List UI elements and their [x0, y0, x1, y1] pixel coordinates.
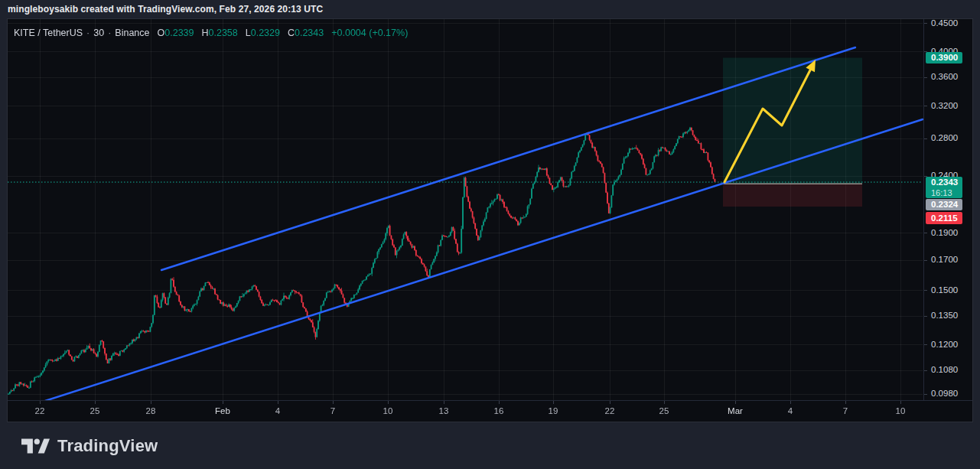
- footer: TradingView: [0, 422, 980, 469]
- price-tick-mark: [924, 344, 927, 345]
- time-tick-mark: [553, 401, 554, 404]
- stop-price-label: 0.2115: [926, 212, 962, 224]
- symbol-title[interactable]: KITE / TetherUS: [14, 28, 83, 38]
- current-price-value: 0.2343: [931, 177, 962, 188]
- tradingview-wordmark: TradingView: [57, 436, 158, 456]
- time-tick-mark: [278, 401, 278, 404]
- attribution-bar: mingleboysakib created with TradingView.…: [0, 0, 980, 18]
- attribution-text: mingleboysakib created with TradingView.…: [8, 4, 323, 15]
- close-value: C0.2343: [288, 28, 324, 38]
- exchange-label: Binance: [115, 28, 149, 38]
- time-tick-mark: [95, 401, 96, 404]
- price-tick-label: 0.1700: [931, 254, 958, 265]
- countdown-label: 16:13: [931, 188, 962, 198]
- price-tick-label: 0.3600: [931, 71, 958, 83]
- legend-separator: ·: [108, 28, 111, 38]
- time-tick-mark: [900, 401, 901, 404]
- price-tick-mark: [924, 77, 927, 78]
- price-tick-label: 0.0980: [931, 388, 958, 399]
- time-tick-mark: [444, 401, 444, 404]
- target-price-label: 0.3900: [926, 52, 962, 64]
- price-tick-label: 0.1080: [931, 364, 958, 376]
- price-tick-mark: [924, 316, 927, 317]
- legend-separator: ·: [86, 28, 90, 38]
- price-tick-label: 0.1500: [931, 285, 958, 296]
- chart-canvas[interactable]: [8, 19, 923, 401]
- price-tick-mark: [924, 23, 927, 24]
- price-tick-mark: [924, 290, 927, 291]
- time-tick-mark: [151, 401, 151, 404]
- price-tick-label: 0.1200: [931, 339, 958, 350]
- low-value: L0.2329: [246, 28, 280, 38]
- price-tick-mark: [924, 233, 927, 233]
- time-tick-mark: [223, 401, 223, 404]
- time-tick-mark: [388, 401, 389, 404]
- price-tick-mark: [924, 138, 927, 139]
- price-tick-label: 0.1350: [931, 310, 958, 321]
- price-tick-label: 0.4500: [931, 18, 958, 29]
- time-tick-mark: [499, 401, 500, 404]
- tradingview-snapshot: mingleboysakib created with TradingView.…: [0, 0, 980, 469]
- time-tick-mark: [790, 401, 791, 404]
- time-tick-mark: [333, 401, 334, 404]
- change-value: +0.0004 (+0.17%): [331, 28, 408, 38]
- price-tick-mark: [924, 106, 927, 106]
- current-price-label: 0.2343 16:13: [926, 177, 962, 198]
- chart-widget: KITE / TetherUS · 30 · Binance O0.2339 H…: [7, 18, 973, 422]
- time-tick-mark: [610, 401, 610, 404]
- price-tick-mark: [924, 394, 927, 395]
- entry-price-label: 0.2324: [926, 199, 962, 210]
- time-tick-mark: [40, 401, 41, 404]
- price-tick-label: 0.2800: [931, 132, 958, 144]
- high-value: H0.2358: [202, 28, 238, 38]
- open-value: O0.2339: [158, 28, 194, 38]
- time-tick-mark: [664, 401, 665, 404]
- time-tick-mark: [735, 401, 736, 404]
- time-tick-mark: [845, 401, 846, 404]
- price-tick-label: 0.1900: [931, 227, 958, 239]
- price-tick-mark: [924, 370, 927, 371]
- time-axis[interactable]: 222528Feb47101316192225Mar4710: [8, 401, 923, 422]
- ohlc-legend[interactable]: KITE / TetherUS · 30 · Binance O0.2339 H…: [14, 27, 408, 39]
- price-tick-mark: [924, 260, 927, 261]
- tradingview-logo-icon: [21, 435, 50, 457]
- price-tick-label: 0.3200: [931, 100, 958, 112]
- interval-label: 30: [93, 28, 104, 38]
